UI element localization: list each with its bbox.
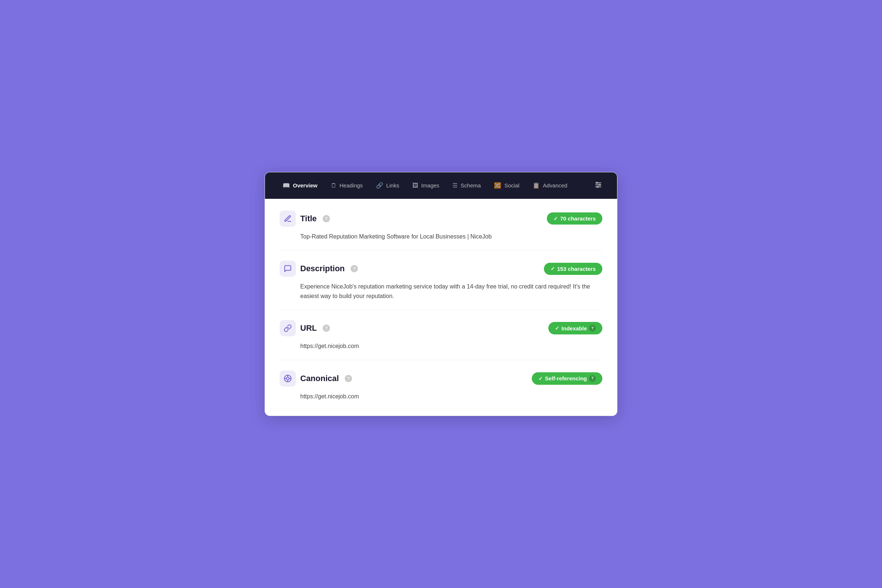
links-icon: 🔗	[376, 182, 383, 189]
canonical-help-icon[interactable]: ?	[345, 375, 352, 382]
url-label: URL	[300, 323, 317, 333]
section-title: Title ? ✓ 70 characters Top-Rated Reputa…	[280, 211, 602, 250]
url-icon	[280, 320, 296, 336]
section-title-group: Title ?	[280, 211, 330, 227]
svg-point-5	[597, 186, 598, 188]
nav-label-schema: Schema	[460, 182, 481, 189]
nav-item-links[interactable]: 🔗 Links	[370, 179, 405, 192]
nav-item-schema[interactable]: ☰ Schema	[447, 179, 487, 192]
title-badge: ✓ 70 characters	[547, 212, 602, 225]
canonical-badge-check: ✓	[538, 376, 543, 381]
canonical-icon	[280, 370, 296, 387]
nav-label-advanced: Advanced	[543, 182, 567, 189]
nav-bar: 📖 Overview 🗒 Headings 🔗 Links 🖼 Images ☰…	[265, 172, 617, 199]
schema-icon: ☰	[452, 182, 458, 189]
content-area: Title ? ✓ 70 characters Top-Rated Reputa…	[265, 199, 617, 416]
section-canonical: Canonical ? ✓ Self-referencing ? https:/…	[280, 370, 602, 401]
nav-label-images: Images	[421, 182, 439, 189]
svg-point-3	[597, 182, 598, 183]
description-icon	[280, 261, 296, 277]
title-badge-check: ✓	[554, 216, 558, 222]
description-value: Experience NiceJob's reputation marketin…	[280, 282, 602, 301]
section-description-header: Description ? ✓ 153 characters	[280, 261, 602, 277]
nav-item-overview[interactable]: 📖 Overview	[277, 179, 323, 192]
canonical-badge-help-icon[interactable]: ?	[589, 375, 596, 382]
nav-label-overview: Overview	[293, 182, 318, 189]
section-description: Description ? ✓ 153 characters Experienc…	[280, 261, 602, 310]
title-label: Title	[300, 214, 317, 224]
section-description-title-group: Description ?	[280, 261, 358, 277]
svg-point-7	[286, 377, 289, 380]
overview-icon: 📖	[283, 182, 290, 189]
description-label: Description	[300, 264, 345, 273]
nav-item-advanced[interactable]: 📋 Advanced	[526, 179, 573, 192]
title-badge-text: 70 characters	[560, 215, 596, 222]
description-help-icon[interactable]: ?	[351, 265, 358, 272]
section-canonical-header: Canonical ? ✓ Self-referencing ?	[280, 370, 602, 387]
url-value: https://get.nicejob.com	[280, 341, 602, 351]
section-canonical-title-group: Canonical ?	[280, 370, 352, 387]
section-url: URL ? ✓ Indexable ? https://get.nicejob.…	[280, 320, 602, 360]
title-icon	[280, 211, 296, 227]
description-badge-check: ✓	[550, 266, 555, 272]
url-badge-check: ✓	[555, 325, 560, 331]
canonical-badge: ✓ Self-referencing ?	[532, 372, 602, 385]
nav-item-social[interactable]: 🔀 Social	[488, 179, 525, 192]
canonical-badge-text: Self-referencing	[545, 375, 587, 381]
canonical-value: https://get.nicejob.com	[280, 392, 602, 401]
url-badge-text: Indexable	[561, 325, 587, 332]
settings-button[interactable]	[591, 178, 605, 193]
social-icon: 🔀	[494, 182, 501, 189]
nav-label-headings: Headings	[340, 182, 363, 189]
nav-item-images[interactable]: 🖼 Images	[406, 179, 445, 192]
canonical-label: Canonical	[300, 374, 339, 383]
svg-point-4	[599, 184, 600, 186]
headings-icon: 🗒	[331, 182, 337, 189]
nav-label-links: Links	[386, 182, 399, 189]
nav-item-headings[interactable]: 🗒 Headings	[325, 179, 369, 192]
url-badge-help-icon[interactable]: ?	[589, 325, 596, 332]
main-window: 📖 Overview 🗒 Headings 🔗 Links 🖼 Images ☰…	[265, 172, 617, 416]
section-url-header: URL ? ✓ Indexable ?	[280, 320, 602, 336]
nav-label-social: Social	[504, 182, 519, 189]
description-badge-text: 153 characters	[557, 266, 596, 272]
url-badge: ✓ Indexable ?	[548, 322, 602, 334]
description-badge: ✓ 153 characters	[544, 263, 602, 275]
title-help-icon[interactable]: ?	[322, 215, 330, 222]
section-url-title-group: URL ?	[280, 320, 330, 336]
images-icon: 🖼	[412, 182, 418, 189]
advanced-icon: 📋	[532, 182, 540, 189]
title-value: Top-Rated Reputation Marketing Software …	[280, 232, 602, 242]
section-title-header: Title ? ✓ 70 characters	[280, 211, 602, 227]
url-help-icon[interactable]: ?	[322, 324, 330, 332]
